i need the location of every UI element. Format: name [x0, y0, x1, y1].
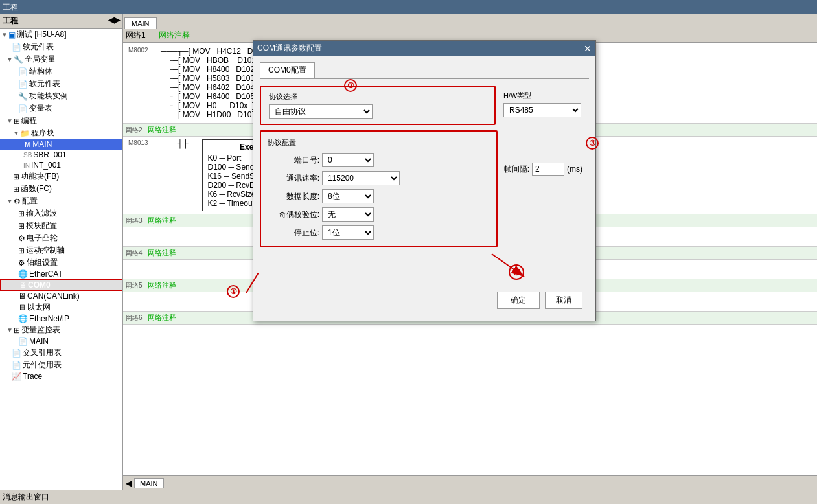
nav-left-icon[interactable]: ◀: [126, 479, 132, 488]
app-title: 工程: [3, 2, 18, 13]
cancel-button[interactable]: 取消: [545, 292, 582, 309]
center-content: MAIN 网络1 网络注释 M8002 ───┬─[ MOV H4C12 D10…: [123, 14, 817, 490]
bottom-bar-label: 消息输出窗口: [3, 492, 49, 503]
baud-select[interactable]: 115200: [322, 171, 400, 185]
dialog-title: COM通讯参数配置: [257, 43, 322, 54]
config-body: 协议配置 端口号: 0 通讯速率:: [260, 130, 589, 247]
data-len-label: 数据长度:: [268, 191, 319, 202]
sidebar-item-module-config[interactable]: ⊞ 模块配置: [0, 220, 122, 232]
sidebar-item-motion-ctrl[interactable]: ⊞ 运动控制轴: [0, 244, 122, 257]
frame-interval-label: 帧间隔:: [504, 164, 529, 175]
sidebar-item-func-fc[interactable]: ⊞ 函数(FC): [0, 183, 122, 195]
tab-bar: MAIN: [123, 14, 817, 29]
sidebar-item-can[interactable]: 🖥 CAN(CANLink): [0, 291, 122, 301]
dialog-tab-bar: COM0配置: [260, 62, 589, 79]
sidebar-item-struct[interactable]: 📄 结构体: [0, 65, 122, 78]
parity-select[interactable]: 无: [322, 207, 374, 222]
stop-bit-select[interactable]: 1位: [322, 225, 374, 240]
com-dialog: COM通讯参数配置 ✕ COM0配置 ②: [253, 40, 596, 321]
sidebar-item-global-vars[interactable]: ▼ 🔧 全局变量: [0, 53, 122, 65]
sidebar-item-axis-setting[interactable]: ⚙ 轴组设置: [0, 257, 122, 269]
sidebar-item-ethernet[interactable]: 🖥 以太网: [0, 301, 122, 314]
sidebar-item-programming[interactable]: ▼ ⊞ 编程: [0, 115, 122, 127]
stop-bit-label: 停止位:: [268, 227, 319, 238]
sidebar-item-soft-elem[interactable]: 📄 软元件表: [0, 78, 122, 90]
hw-type-select[interactable]: RS485: [503, 103, 581, 117]
sidebar-item-config[interactable]: ▼ ⚙ 配置: [0, 195, 122, 207]
protocol-select[interactable]: 自由协议: [269, 104, 373, 119]
sidebar-item-ethercat[interactable]: 🌐 EtherCAT: [0, 269, 122, 279]
sidebar-item-plc[interactable]: ▼ ▣ 测试 [H5U-A8]: [0, 29, 122, 41]
sidebar-item-var-monitor[interactable]: ▼ ⊞ 变量监控表: [0, 324, 122, 336]
dialog-title-bar: COM通讯参数配置 ✕: [253, 41, 595, 56]
top-bar: 工程: [0, 0, 817, 14]
dialog-content: COM0配置 ② 协议选择 自由协议: [253, 56, 595, 321]
sidebar-item-elem-usage[interactable]: 📄 元件使用表: [0, 359, 122, 371]
tab-main[interactable]: MAIN: [124, 17, 157, 29]
baud-label: 通讯速率:: [268, 173, 319, 184]
center-bottom-bar: ◀ MAIN: [123, 475, 817, 490]
protocol-row: ② 协议选择 自由协议 H/W类型 RS485: [260, 86, 589, 125]
sidebar-item-cross-ref[interactable]: 📄 交叉引用表: [0, 347, 122, 359]
frame-interval-input[interactable]: [532, 163, 564, 176]
sidebar-item-input-filter[interactable]: ⊞ 输入滤波: [0, 207, 122, 220]
sidebar-item-soft-vars[interactable]: 📄 软元件表: [0, 41, 122, 53]
sidebar-item-var-table[interactable]: 📄 变量表: [0, 102, 122, 115]
sidebar: 工程 ◀▶ ▼ ▣ 测试 [H5U-A8] 📄 软元件表 ▼ 🔧 全局变量 📄 …: [0, 14, 123, 490]
protocol-config-box: 协议配置 端口号: 0 通讯速率:: [260, 130, 498, 247]
arrow-to-ok: [472, 247, 550, 283]
network-6: [123, 325, 817, 344]
sidebar-item-trace[interactable]: 📈 Trace: [0, 371, 122, 382]
dialog-tab-com0[interactable]: COM0配置: [260, 62, 315, 78]
annotation-3: ③: [586, 137, 599, 150]
protocol-select-box: 协议选择 自由协议: [260, 86, 496, 125]
port-select[interactable]: 0: [322, 153, 374, 167]
bottom-bar: 消息输出窗口: [0, 490, 817, 504]
dialog-close-button[interactable]: ✕: [584, 43, 592, 54]
sidebar-item-ethernet-ip[interactable]: 🌐 EtherNet/IP: [0, 314, 122, 324]
port-label: 端口号:: [268, 155, 319, 166]
sidebar-item-sbr001[interactable]: SB SBR_001: [0, 150, 122, 160]
hw-type-label: H/W类型: [503, 91, 581, 100]
protocol-label: 协议选择: [269, 92, 487, 102]
parity-label: 奇偶校验位:: [268, 209, 319, 220]
right-config: ③ 帧间隔: (ms): [498, 130, 589, 182]
data-len-select[interactable]: 8位: [322, 189, 374, 203]
sidebar-item-func-block[interactable]: ⊞ 功能块(FB): [0, 170, 122, 183]
ms-label: (ms): [567, 165, 582, 174]
tab-main-bottom[interactable]: MAIN: [134, 478, 164, 488]
frame-interval-row: 帧间隔: (ms): [504, 163, 582, 176]
sidebar-item-program-block[interactable]: ▼ 📁 程序块: [0, 127, 122, 139]
sidebar-item-com0[interactable]: 🖥 COM0: [0, 279, 122, 291]
svg-line-1: [492, 254, 524, 277]
sidebar-item-int001[interactable]: IN INT_001: [0, 160, 122, 170]
annotation-2: ②: [344, 79, 357, 92]
dialog-footer: 确定 取消: [260, 286, 589, 314]
hw-type-box: H/W类型 RS485: [496, 86, 589, 122]
sidebar-item-main-monitor[interactable]: 📄 MAIN: [0, 336, 122, 347]
sidebar-item-main[interactable]: M MAIN: [0, 139, 122, 150]
config-grid: 端口号: 0 通讯速率: 115200: [268, 153, 490, 240]
sidebar-item-elec-cam[interactable]: ⚙ 电子凸轮: [0, 232, 122, 244]
protocol-config-label: 协议配置: [268, 138, 490, 148]
ok-button[interactable]: 确定: [497, 292, 540, 309]
annotation-4-area: ④: [260, 247, 589, 286]
sidebar-item-func-block-inst[interactable]: 🔧 功能块实例: [0, 90, 122, 102]
sidebar-title: 工程 ◀▶: [0, 14, 122, 29]
